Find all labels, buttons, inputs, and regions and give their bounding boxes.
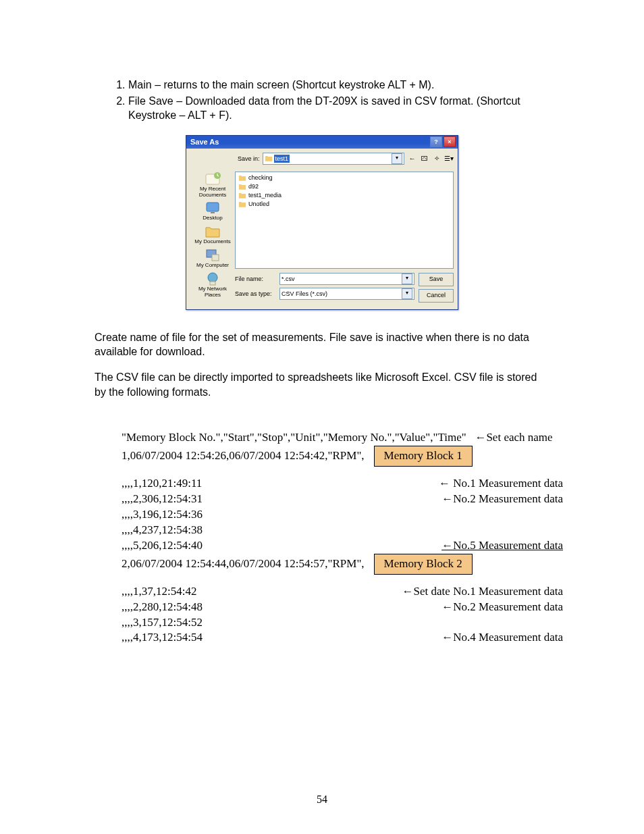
list-item: checking: [238, 174, 450, 182]
file-list[interactable]: checking d92 test1_media Unotled: [235, 172, 454, 269]
place-network[interactable]: My Network Places: [190, 271, 235, 298]
svg-rect-7: [210, 282, 215, 285]
chevron-down-icon[interactable]: ▾: [402, 273, 412, 284]
place-recent[interactable]: My Recent Documents: [190, 172, 235, 199]
help-button[interactable]: ?: [430, 136, 442, 147]
paragraph-create: Create name of file for the set of measu…: [95, 330, 549, 359]
close-button[interactable]: ×: [444, 136, 456, 147]
list-item-1: Main – returns to the main screen (Short…: [128, 78, 549, 93]
new-folder-icon[interactable]: ✧: [431, 153, 441, 163]
list-item: d92: [238, 182, 450, 191]
file-name-label: File name:: [235, 275, 275, 283]
place-mycomp[interactable]: My Computer: [190, 248, 235, 269]
save-in-label: Save in:: [238, 155, 260, 163]
save-as-type-combo[interactable]: CSV Files (*.csv) ▾: [279, 288, 414, 300]
dialog-title: Save As: [190, 137, 219, 147]
list-item: test1_media: [238, 191, 450, 200]
chevron-down-icon[interactable]: ▾: [392, 153, 402, 164]
save-as-type-label: Save as type:: [235, 290, 275, 298]
svg-rect-2: [207, 203, 219, 211]
list-item-2: File Save – Downloaded data from the DT-…: [128, 94, 549, 123]
csv-format-block: "Memory Block No.","Start","Stop","Unit"…: [0, 430, 644, 646]
svg-point-6: [208, 273, 217, 282]
file-name-input[interactable]: *.csv ▾: [279, 273, 414, 285]
page-number: 54: [0, 792, 644, 807]
views-icon[interactable]: ☰▾: [444, 153, 454, 163]
cancel-button[interactable]: Cancel: [419, 289, 454, 303]
save-in-combo[interactable]: test1 ▾: [263, 153, 404, 165]
list-item: Unotled: [238, 200, 450, 209]
current-folder: test1: [274, 155, 290, 163]
paragraph-csv: The CSV file can be directly imported to…: [95, 370, 549, 399]
memory-block-2-box: Memory Block 2: [374, 554, 473, 575]
up-icon[interactable]: ⮹: [419, 153, 429, 163]
save-as-dialog: Save As ? × Save in: test1 ▾ ← ⮹ ✧ ☰▾: [186, 135, 458, 310]
svg-rect-3: [211, 212, 215, 213]
svg-rect-5: [212, 255, 219, 261]
chevron-down-icon[interactable]: ▾: [402, 288, 412, 299]
place-desktop[interactable]: Desktop: [190, 201, 235, 221]
back-icon[interactable]: ←: [407, 153, 417, 163]
place-mydocs[interactable]: My Documents: [190, 224, 235, 245]
save-button[interactable]: Save: [419, 273, 454, 286]
memory-block-1-box: Memory Block 1: [374, 446, 473, 467]
